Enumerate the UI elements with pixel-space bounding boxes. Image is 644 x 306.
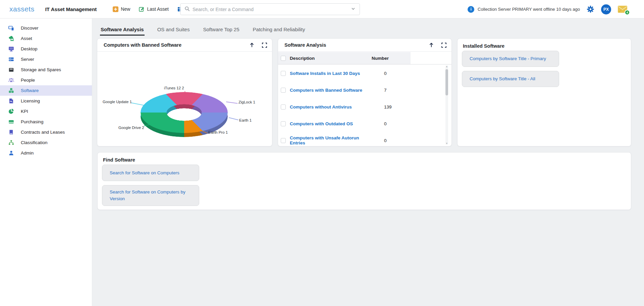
chart-slice-label: Earth Pro 1 — [208, 130, 228, 134]
sidebar-item-label: Discover — [21, 26, 39, 31]
sidebar-item-admin[interactable]: Admin — [0, 148, 92, 158]
gear-icon[interactable] — [587, 5, 594, 13]
card-find-software: Find Software Search for Software on Com… — [97, 152, 631, 210]
table-body: Software Installs in Last 30 Days 0 Comp… — [278, 65, 451, 146]
scrollbar-thumb[interactable] — [445, 69, 448, 95]
sidebar-item-asset[interactable]: Asset — [0, 33, 92, 44]
card-software-analysis: Software Analysis Description Number Sof… — [278, 38, 452, 146]
tab-patching-and-reliability[interactable]: Patching and Reliability — [252, 25, 306, 36]
sidebar-item-desktop[interactable]: Desktop — [0, 44, 92, 54]
number-value: 0 — [372, 71, 451, 76]
chart-label-line — [226, 101, 238, 104]
card-installed-title: Installed Software — [463, 43, 504, 49]
expand-icon[interactable] — [441, 43, 446, 48]
sidebar-item-label: Software — [21, 88, 39, 93]
topbar-right: i Collection Server PRIMARY went offline… — [468, 0, 628, 18]
purchasing-icon — [8, 119, 14, 125]
sidebar-item-kpi[interactable]: KPI — [0, 106, 92, 117]
sidebar-item-label: People — [21, 78, 35, 83]
topbar: xassets IT Asset Management New Last Ass… — [0, 0, 644, 18]
admin-icon — [8, 150, 14, 156]
chart-slice-label: Google Update 1 — [103, 100, 132, 104]
last-asset-icon — [139, 6, 145, 12]
card-find-title: Find Software — [103, 157, 135, 163]
table-row: Computers with Unsafe Autorun Entries 0 — [278, 132, 451, 146]
card-analysis-header: Software Analysis — [278, 39, 451, 52]
page-title: IT Asset Management — [45, 6, 97, 12]
notification-text: Collection Server PRIMARY went offline 1… — [478, 7, 580, 12]
sidebar-item-discover[interactable]: Discover — [0, 23, 92, 33]
number-value: 139 — [372, 104, 451, 110]
sidebar-item-label: Desktop — [21, 46, 38, 51]
tab-os-and-suites[interactable]: OS and Suites — [157, 25, 191, 36]
search-input[interactable] — [193, 7, 351, 12]
mail-button[interactable]: 4 — [618, 6, 628, 13]
number-value: 0 — [372, 121, 451, 126]
sidebar-item-classification[interactable]: Classification — [0, 137, 92, 148]
server-icon — [8, 56, 14, 62]
search-icon — [184, 6, 190, 13]
description-link[interactable]: Computers without Antivirus — [290, 104, 372, 110]
sidebar-item-software[interactable]: Software — [0, 85, 92, 96]
sidebar-item-label: Server — [21, 57, 34, 62]
software-icon — [8, 88, 14, 93]
description-link[interactable]: Computers with Unsafe Autorun Entries — [290, 135, 372, 145]
export-arrow-up-icon[interactable] — [429, 42, 434, 48]
button-label: Last Asset — [147, 6, 169, 12]
sidebar-item-label: Contracts and Leases — [21, 130, 65, 135]
button-label: Computers by Software Title - Primary — [470, 55, 546, 62]
number-value: 0 — [372, 138, 451, 143]
table-scrollbar[interactable]: ▲ ▼ — [445, 65, 448, 145]
donut-chart[interactable] — [141, 92, 228, 133]
app-logo[interactable]: xassets — [9, 5, 35, 13]
table-row: Software Installs in Last 30 Days 0 — [278, 65, 451, 82]
chevron-down-icon[interactable] — [351, 6, 356, 12]
chart-slice-label: ZigLock 1 — [238, 100, 255, 104]
sidebar-item-label: Admin — [21, 150, 34, 156]
computers-by-software-title-primary-button[interactable]: Computers by Software Title - Primary — [462, 51, 559, 67]
card-analysis-title: Software Analysis — [284, 42, 429, 48]
chart-label-line — [229, 117, 239, 120]
command-searchbox[interactable] — [180, 3, 360, 15]
search-software-on-computers-button[interactable]: Search for Software on Computers — [102, 165, 199, 181]
row-checkbox[interactable] — [281, 104, 286, 110]
kpi-icon — [8, 108, 14, 114]
description-link[interactable]: Software Installs in Last 30 Days — [290, 71, 372, 76]
search-software-on-computers-by-version-button[interactable]: Search for Software on Computers by Vers… — [102, 185, 199, 206]
sidebar-item-purchasing[interactable]: Purchasing — [0, 117, 92, 127]
select-all-checkbox[interactable] — [281, 56, 286, 61]
server-notification: i Collection Server PRIMARY went offline… — [468, 6, 580, 13]
description-link[interactable]: Computers with Banned Software — [290, 88, 372, 93]
button-label: Computers by Software Title - All — [470, 76, 535, 82]
desktop-icon — [8, 46, 14, 52]
export-arrow-up-icon[interactable] — [249, 42, 255, 48]
tab-software-top-25[interactable]: Software Top 25 — [202, 25, 240, 36]
card-installed-software: Installed Software Computers by Software… — [457, 38, 631, 146]
card-banned-title: Computers with Banned Software — [104, 42, 249, 48]
info-icon[interactable]: i — [468, 6, 474, 13]
sidebar-item-label: Storage and Spares — [21, 67, 61, 72]
sidebar-item-label: Classification — [21, 140, 48, 145]
computers-by-software-title-all-button[interactable]: Computers by Software Title - All — [462, 71, 559, 87]
row-checkbox[interactable] — [281, 121, 286, 126]
row-checkbox[interactable] — [281, 88, 286, 93]
sidebar: Discover Asset Desktop Server Storage an… — [0, 18, 92, 306]
sidebar-item-storage-and-spares[interactable]: Storage and Spares — [0, 64, 92, 75]
sidebar-item-label: Purchasing — [21, 119, 44, 124]
table-row: Computers with Outdated OS 0 — [278, 115, 451, 132]
row-checkbox[interactable] — [281, 71, 286, 76]
description-link[interactable]: Computers with Outdated OS — [290, 121, 372, 126]
tab-software-analysis[interactable]: Software Analysis — [100, 25, 145, 36]
sidebar-item-contracts-and-leases[interactable]: Contracts and Leases — [0, 127, 92, 137]
new-button[interactable]: New — [113, 6, 130, 12]
avatar[interactable]: PX — [601, 4, 611, 14]
button-label: Search for Software on Computers by Vers… — [110, 189, 193, 202]
button-label: New — [121, 6, 130, 12]
sidebar-item-people[interactable]: People — [0, 75, 92, 85]
row-checkbox[interactable] — [281, 138, 286, 143]
last-asset-button[interactable]: Last Asset — [139, 6, 169, 12]
sidebar-item-server[interactable]: Server — [0, 54, 92, 64]
sidebar-item-licensing[interactable]: Licensing — [0, 96, 92, 106]
main-content: Software AnalysisOS and SuitesSoftware T… — [92, 18, 644, 306]
expand-icon[interactable] — [262, 43, 267, 48]
